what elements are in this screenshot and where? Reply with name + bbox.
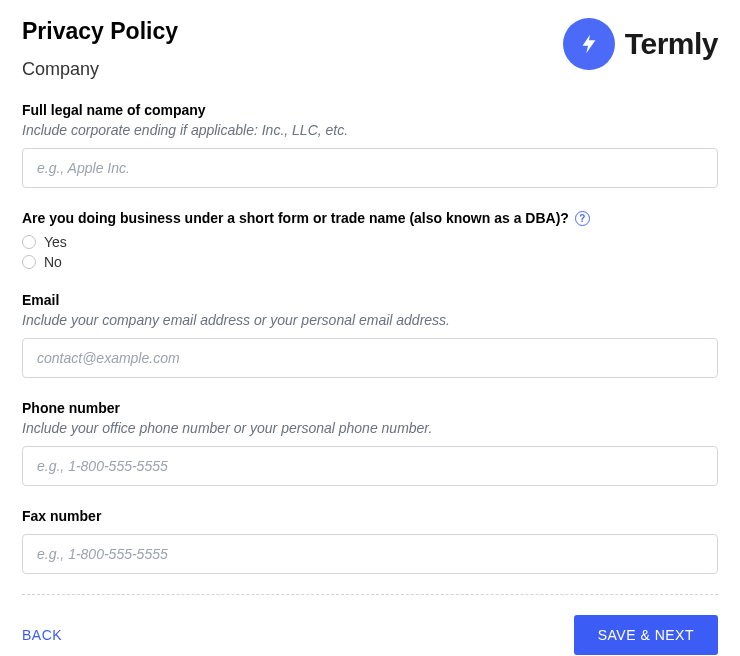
phone-input[interactable] <box>22 446 718 486</box>
company-name-hint: Include corporate ending if applicable: … <box>22 122 718 138</box>
save-next-button[interactable]: SAVE & NEXT <box>574 615 718 655</box>
dba-radio-no-label: No <box>44 254 62 270</box>
dba-radio-no[interactable] <box>22 255 36 269</box>
page-title: Privacy Policy <box>22 18 178 45</box>
fax-label: Fax number <box>22 508 718 524</box>
divider <box>22 594 718 595</box>
dba-question-label: Are you doing business under a short for… <box>22 210 569 226</box>
fax-input[interactable] <box>22 534 718 574</box>
dba-radio-yes[interactable] <box>22 235 36 249</box>
email-label: Email <box>22 292 718 308</box>
dba-radio-yes-label: Yes <box>44 234 67 250</box>
help-icon[interactable]: ? <box>575 211 590 226</box>
brand-name: Termly <box>625 27 718 61</box>
section-title: Company <box>22 59 178 80</box>
phone-label: Phone number <box>22 400 718 416</box>
back-button[interactable]: BACK <box>22 627 62 643</box>
email-input[interactable] <box>22 338 718 378</box>
company-name-label: Full legal name of company <box>22 102 718 118</box>
company-name-input[interactable] <box>22 148 718 188</box>
phone-hint: Include your office phone number or your… <box>22 420 718 436</box>
lightning-icon <box>563 18 615 70</box>
email-hint: Include your company email address or yo… <box>22 312 718 328</box>
brand-logo: Termly <box>563 18 718 70</box>
